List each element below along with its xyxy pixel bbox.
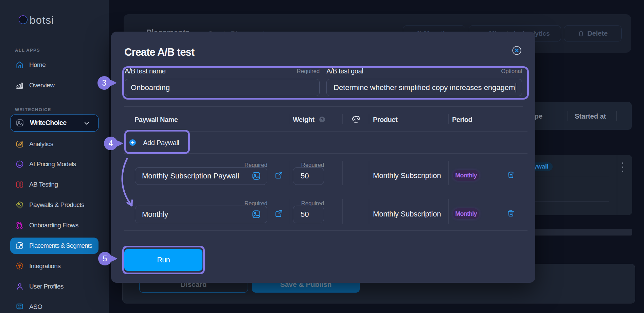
svg-text:?: ? [321, 117, 323, 122]
